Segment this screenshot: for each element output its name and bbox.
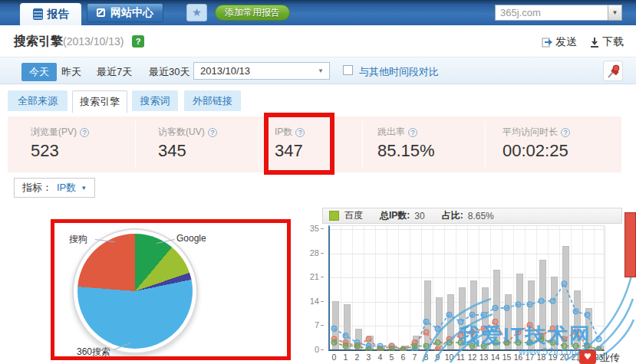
line-red-marker[interactable]: [527, 323, 532, 328]
line-green-marker[interactable]: [585, 343, 590, 349]
line-red-marker[interactable]: [573, 330, 578, 335]
line-red-marker[interactable]: [435, 347, 440, 351]
line-green-marker[interactable]: [504, 340, 509, 346]
download-icon: [589, 37, 600, 48]
add-favorite-report-button[interactable]: 添加常用报告: [215, 5, 290, 21]
line-green-marker[interactable]: [423, 343, 429, 349]
line-blue-marker[interactable]: [447, 312, 452, 317]
date-picker-dropdown[interactable]: 2013/10/13 ▼: [193, 62, 330, 80]
stat-avg-duration-value: 00:02:25: [503, 141, 570, 161]
site-selector-dropdown[interactable]: 365j.com ▼: [495, 5, 622, 21]
help-icon[interactable]: ?: [408, 128, 417, 137]
line-green-marker[interactable]: [539, 336, 544, 342]
line-blue-path: [334, 284, 599, 349]
line-green-marker[interactable]: [366, 347, 371, 351]
line-red-marker[interactable]: [423, 330, 429, 335]
tab-site-center-label: 网站中心: [110, 6, 153, 20]
line-blue-marker[interactable]: [423, 319, 429, 324]
help-icon[interactable]: ?: [208, 128, 217, 137]
line-blue-marker[interactable]: [331, 326, 337, 332]
line-blue-marker[interactable]: [527, 302, 532, 307]
filter-today[interactable]: 今天: [21, 63, 57, 81]
line-blue-marker[interactable]: [435, 326, 440, 332]
line-green-marker[interactable]: [447, 340, 452, 346]
line-blue-marker[interactable]: [562, 281, 567, 287]
line-red-marker[interactable]: [366, 336, 371, 342]
filter-yesterday[interactable]: 昨天: [61, 65, 81, 79]
y-axis-tick-label: 7: [315, 320, 319, 330]
filter-last-30-days[interactable]: 最近30天: [149, 65, 189, 79]
stat-pageviews: 浏览量(PV)? 523: [31, 126, 89, 161]
line-red-marker[interactable]: [481, 326, 486, 332]
tab-all-sources[interactable]: 全部来源: [8, 90, 68, 111]
line-blue-marker[interactable]: [596, 336, 601, 342]
line-blue-marker[interactable]: [493, 305, 498, 310]
line-green-marker[interactable]: [354, 343, 360, 349]
line-green-marker[interactable]: [343, 343, 348, 349]
metric-value: IP数: [57, 181, 76, 195]
legend-total-value: 30: [414, 211, 424, 221]
line-red-marker[interactable]: [562, 336, 567, 342]
divider: [362, 121, 363, 168]
line-red-marker[interactable]: [458, 333, 463, 339]
line-red-marker[interactable]: [516, 330, 521, 335]
tab-search-engines[interactable]: 搜索引擎: [72, 90, 127, 113]
line-blue-marker[interactable]: [585, 312, 590, 317]
tab-external-links[interactable]: 外部链接: [184, 90, 241, 111]
line-green-marker[interactable]: [527, 340, 532, 346]
send-button[interactable]: 发送: [542, 35, 577, 49]
share-icon[interactable]: ♥: [579, 350, 596, 364]
tab-report[interactable]: 报告: [20, 3, 81, 25]
site-selector-value: 365j.com: [496, 5, 608, 20]
line-green-marker[interactable]: [412, 343, 417, 349]
line-blue-marker[interactable]: [516, 302, 521, 307]
line-blue-marker[interactable]: [458, 319, 463, 324]
pin-button[interactable]: [603, 61, 623, 81]
line-green-marker[interactable]: [573, 343, 578, 349]
title-help-icon[interactable]: ?: [132, 35, 144, 48]
line-green-marker[interactable]: [562, 343, 567, 349]
line-red-marker[interactable]: [470, 330, 475, 335]
side-widget-tab[interactable]: [624, 212, 636, 277]
x-axis-tick-label: 3: [363, 353, 374, 362]
tab-search-terms[interactable]: 搜索词: [132, 90, 178, 111]
x-axis-tick-label: 12: [466, 353, 478, 362]
chevron-down-icon: ▼: [81, 185, 87, 192]
line-red-marker[interactable]: [493, 319, 498, 324]
help-icon[interactable]: ?: [80, 128, 89, 137]
line-green-marker[interactable]: [470, 343, 475, 349]
tab-site-center[interactable]: 网站中心: [87, 3, 163, 22]
line-green-marker[interactable]: [550, 340, 555, 346]
compare-checkbox[interactable]: [343, 65, 353, 75]
line-blue-marker[interactable]: [470, 312, 475, 317]
line-green-marker[interactable]: [377, 347, 383, 351]
line-red-marker[interactable]: [550, 326, 555, 332]
y-axis-tick: [321, 277, 324, 277]
line-blue-marker[interactable]: [343, 333, 348, 339]
line-blue-marker[interactable]: [550, 298, 555, 303]
compare-label[interactable]: 与其他时间段对比: [359, 65, 439, 79]
line-green-marker[interactable]: [493, 340, 498, 346]
line-green-marker[interactable]: [400, 347, 406, 351]
line-green-marker[interactable]: [435, 340, 440, 346]
edit-icon: [97, 8, 105, 17]
legend-total-label: 总IP数:: [380, 209, 410, 222]
filter-last-7-days[interactable]: 最近7天: [97, 65, 132, 79]
stat-bounce-rate-value: 85.15%: [377, 141, 435, 161]
line-green-marker[interactable]: [331, 340, 337, 346]
x-axis-tick-label: 6: [397, 353, 409, 362]
line-green-marker[interactable]: [458, 340, 463, 346]
download-button[interactable]: 下载: [589, 35, 624, 49]
line-blue-marker[interactable]: [573, 309, 578, 314]
help-icon[interactable]: ?: [561, 128, 570, 137]
divider: [135, 121, 136, 168]
line-green-marker[interactable]: [481, 343, 486, 349]
line-blue-marker[interactable]: [539, 298, 544, 303]
line-blue-marker[interactable]: [481, 312, 486, 317]
dropdown-arrow-icon[interactable]: ▼: [608, 5, 621, 20]
line-green-marker[interactable]: [389, 347, 394, 351]
favorite-star-button[interactable]: ★: [186, 4, 207, 21]
line-blue-marker[interactable]: [504, 305, 509, 310]
line-green-marker[interactable]: [516, 340, 521, 346]
metric-selector[interactable]: 指标： IP数 ▼: [14, 178, 95, 198]
